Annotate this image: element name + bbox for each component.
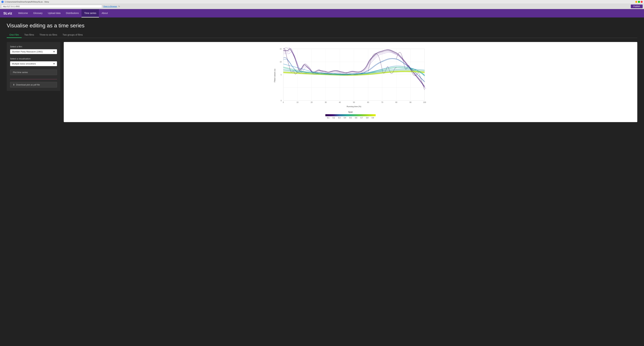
legend-label-0: 0.1 <box>327 117 330 119</box>
svg-text:10: 10 <box>280 61 282 63</box>
plot-time-series-button[interactable]: Plot time series <box>10 70 57 75</box>
vis-select[interactable]: Multiple loess smoothers <box>10 61 57 66</box>
subtab-two-films[interactable]: Two films <box>22 32 37 38</box>
maximize-button[interactable] <box>638 1 640 3</box>
browser-titlebar: C:/Users/nickr/OneDrive/Scripts/R/Shiny/… <box>0 0 644 4</box>
svg-text:Running time (%): Running time (%) <box>347 105 361 107</box>
navbar-brand[interactable]: SLviz <box>3 12 12 15</box>
page-title: Visualise editing as a time series <box>7 23 637 29</box>
subtab-two-groups[interactable]: Two groups of films <box>60 32 86 38</box>
navbar-items: Welcome Glossary Upload data Distributio… <box>16 9 110 18</box>
svg-text:15: 15 <box>280 48 282 50</box>
nav-item-about[interactable]: About <box>99 9 110 18</box>
url-text: http://127.0.0.1:6562 <box>3 5 20 8</box>
close-button[interactable] <box>641 1 643 3</box>
legend-label-4: 0.5 <box>349 117 352 119</box>
legend-labels: 0.1 0.2 0.3 0.4 0.5 0.6 0.7 0.8 0.9 <box>327 117 374 119</box>
sidebar-panel: Select a film: Slumber Party Massacre (1… <box>7 42 60 91</box>
legend-label-8: 0.9 <box>372 117 374 119</box>
divider <box>10 79 57 79</box>
svg-text:Fitted values (s): Fitted values (s) <box>274 69 276 82</box>
svg-text:0: 0 <box>280 100 282 102</box>
svg-text:50: 50 <box>353 101 355 103</box>
svg-text:70: 70 <box>381 101 383 103</box>
nav-item-welcome[interactable]: Welcome <box>16 9 30 18</box>
window-controls[interactable] <box>635 1 643 3</box>
svg-text:90: 90 <box>410 101 412 103</box>
nav-item-distributions[interactable]: Distributions <box>63 9 82 18</box>
svg-text:100: 100 <box>423 101 426 103</box>
legend-label-5: 0.6 <box>355 117 357 119</box>
svg-text:20: 20 <box>310 101 312 103</box>
vis-select-wrapper: Multiple loess smoothers ▼ <box>10 61 57 66</box>
svg-text:40: 40 <box>339 101 341 103</box>
svg-text:5: 5 <box>280 74 282 76</box>
vis-select-label: Select a visualisation: <box>10 57 57 60</box>
svg-rect-34 <box>325 114 376 116</box>
legend-label-3: 0.4 <box>344 117 346 119</box>
download-icon: ⬇ <box>13 83 15 86</box>
subtab-one-film[interactable]: One Film <box>7 32 22 38</box>
titlebar-left: C:/Users/nickr/OneDrive/Scripts/R/Shiny/… <box>1 1 49 3</box>
main-content: Visualise editing as a time series One F… <box>0 18 644 346</box>
browser-chrome: C:/Users/nickr/OneDrive/Scripts/R/Shiny/… <box>0 0 644 9</box>
content-layout: Select a film: Slumber Party Massacre (1… <box>7 42 637 122</box>
browser-title: C:/Users/nickr/OneDrive/Scripts/R/Shiny/… <box>5 1 49 3</box>
legend-label-2: 0.3 <box>338 117 340 119</box>
subtab-three-to-six-films[interactable]: Three to six films <box>37 32 60 38</box>
legend-label-6: 0.7 <box>360 117 363 119</box>
address-bar[interactable]: http://127.0.0.1:6562 <box>1 5 102 8</box>
svg-text:60: 60 <box>367 101 369 103</box>
download-label: Download plot as pdf file <box>16 83 40 86</box>
minimize-button[interactable] <box>635 1 637 3</box>
open-in-browser-link[interactable]: Open in Browser <box>103 5 117 8</box>
svg-text:0: 0 <box>283 101 284 103</box>
browser-icon <box>1 1 4 3</box>
navbar: SLviz Welcome Glossary Upload data Distr… <box>0 9 644 18</box>
chart-svg: 15 10 5 0 0 10 20 30 40 50 60 70 80 90 1… <box>67 45 634 109</box>
film-select-label: Select a film: <box>10 45 57 48</box>
browser-toolbar: http://127.0.0.1:6562 Open in Browser ↻ … <box>0 4 644 9</box>
chart-container: 15 10 5 0 0 10 20 30 40 50 60 70 80 90 1… <box>67 45 634 109</box>
legend-title: Span <box>348 111 353 113</box>
chart-legend: Span <box>67 111 634 119</box>
chart-area: 15 10 5 0 0 10 20 30 40 50 60 70 80 90 1… <box>64 42 637 122</box>
download-button[interactable]: ⬇ Download plot as pdf file <box>10 82 57 88</box>
nav-item-glossary[interactable]: Glossary <box>30 9 45 18</box>
film-select[interactable]: Slumber Party Massacre (1982) <box>10 49 57 54</box>
svg-text:80: 80 <box>395 101 397 103</box>
legend-gradient-svg <box>324 114 377 117</box>
refresh-icon[interactable]: ↻ <box>118 5 120 8</box>
svg-text:30: 30 <box>325 101 327 103</box>
legend-label-7: 0.8 <box>366 117 368 119</box>
nav-item-upload-data[interactable]: Upload data <box>45 9 64 18</box>
nav-item-time-series[interactable]: Time series <box>82 9 99 18</box>
subtabs: One Film Two films Three to six films Tw… <box>7 32 637 38</box>
film-select-wrapper: Slumber Party Massacre (1982) ▼ <box>10 49 57 54</box>
publish-button[interactable]: Publish <box>631 5 643 8</box>
legend-label-1: 0.2 <box>332 117 335 119</box>
svg-text:10: 10 <box>296 101 298 103</box>
